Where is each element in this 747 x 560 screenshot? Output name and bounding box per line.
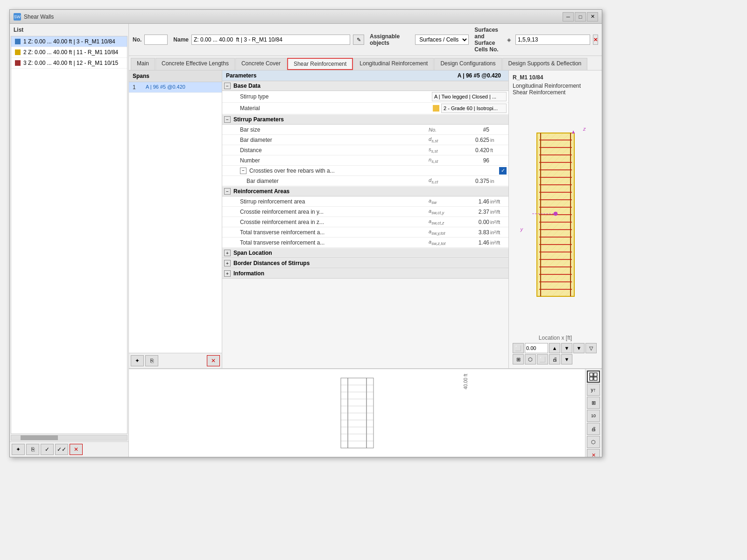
name-label: Name — [173, 36, 189, 43]
location-label: Location x [ft] — [539, 335, 572, 341]
bt-print-button[interactable]: 🖨 — [587, 423, 600, 435]
bt-export-button[interactable]: ⬡ — [587, 436, 600, 448]
ct-area-y-label: Crosstie reinforcement area in y... — [240, 209, 429, 215]
sidebar-item-3[interactable]: 3 Z: 0.00 ... 40.00 ft | 12 - R_M1 10/15 — [11, 58, 127, 69]
params-header: Parameters A | 96 #5 @0.420 — [222, 70, 508, 81]
diag-down-button[interactable]: ▼ — [561, 343, 572, 353]
stirrup-type-input[interactable] — [432, 92, 507, 101]
tab-longitudinal[interactable]: Longitudinal Reinforcement — [353, 58, 434, 70]
section-stirrup-params-header[interactable]: − Stirrup Parameters — [222, 115, 508, 125]
diag-location-input[interactable] — [525, 343, 548, 353]
ct-area-y-sym: asw,ct,y — [429, 208, 457, 215]
span-item-1[interactable]: 1 A | 96 #5 @0.420 — [129, 82, 222, 93]
tab-design-config[interactable]: Design Configurations — [434, 58, 501, 70]
distance-label: Distance — [240, 147, 429, 154]
sidebar-item-2[interactable]: 2 Z: 0.00 ... 40.00 ft | 11 - R_M1 10/84 — [11, 47, 127, 58]
diag-filter-button[interactable]: ▼ — [573, 343, 585, 353]
ct-area-z-unit: in²/ft — [490, 219, 507, 225]
minimize-button[interactable]: ─ — [563, 12, 574, 21]
check2-button[interactable]: ✓✓ — [55, 444, 68, 455]
bottom-panel: 40.00 ft — [129, 368, 602, 457]
section-information: + Information — [222, 269, 508, 279]
stirrup-area-sym: asw — [429, 198, 457, 205]
params-header-label: Parameters — [226, 72, 458, 79]
ct-area-y-val: 2.37 — [457, 209, 489, 215]
check-button[interactable]: ✓ — [41, 444, 54, 455]
bt-num-button[interactable]: 10 — [587, 410, 600, 422]
svg-rect-44 — [590, 377, 593, 380]
long-reinf-label: Longitudinal Reinforcement — [513, 83, 598, 89]
bt-zoom-button[interactable]: ⊞ — [587, 397, 600, 409]
diagram-canvas: z y — [513, 99, 598, 331]
z-axis-label: z — [583, 126, 586, 132]
section-border-distances: + Border Distances of Stirrups — [222, 259, 508, 268]
tab-concrete-cover[interactable]: Concrete Cover — [235, 58, 287, 70]
span-new-button[interactable]: ✦ — [131, 355, 144, 366]
diagram-toolbar: ⬜ ▲ ▼ ▼ ▽ ⊞ ⬡ ⬜ 🖨 ▼ — [513, 343, 598, 364]
diag-more-button[interactable]: ▼ — [561, 354, 572, 364]
stirrup-area-val: 1.46 — [457, 198, 489, 205]
information-expand-icon: + — [224, 270, 231, 277]
bar-diam-ct-sym: ds,ct — [429, 177, 457, 184]
total-y-val: 3.83 — [457, 229, 489, 236]
total-z-label: Total transverse reinforcement a... — [240, 239, 429, 246]
assignable-select[interactable]: Surfaces / Cells — [415, 35, 469, 45]
material-color-box — [433, 105, 439, 112]
diag-window-button[interactable]: ⬜ — [537, 354, 548, 364]
diag-up-button[interactable]: ▲ — [549, 343, 560, 353]
right-panel: No. Name ✎ Assignable objects Surfaces /… — [129, 24, 602, 457]
section-information-header[interactable]: + Information — [222, 269, 508, 279]
bottom-toolbar: y↑ ⊞ 10 🖨 ⬡ ✕ — [585, 369, 602, 457]
section-base-data-header[interactable]: − Base Data — [222, 81, 508, 91]
crossties-checkbox[interactable]: ✓ — [499, 167, 507, 175]
y-axis-label: y — [521, 226, 523, 232]
tab-design-supports[interactable]: Design Supports & Deflection — [502, 58, 588, 70]
tabs-bar: Main Concrete Effective Lengths Concrete… — [129, 56, 602, 70]
bar-diam-unit: in — [490, 137, 507, 143]
diag-export-button[interactable]: ⬜ — [513, 343, 524, 353]
bt-grid-button[interactable] — [587, 371, 600, 383]
sidebar-scrollbar[interactable] — [11, 435, 127, 441]
name-edit-button[interactable]: ✎ — [353, 35, 364, 45]
close-button[interactable]: ✕ — [587, 12, 598, 21]
tab-concrete-lengths[interactable]: Concrete Effective Lengths — [155, 58, 235, 70]
bt-close-button[interactable]: ✕ — [587, 449, 600, 457]
tab-main[interactable]: Main — [131, 58, 155, 70]
section-stirrup-params: − Stirrup Parameters Bar size No. #5 — [222, 115, 508, 186]
base-data-title: Base Data — [233, 83, 261, 89]
copy-button[interactable]: ⎘ — [26, 444, 39, 455]
span-copy-button[interactable]: ⎘ — [145, 355, 158, 366]
diag-funnel-button[interactable]: ▽ — [585, 343, 597, 353]
no-label: No. — [133, 36, 141, 43]
section-span-location-header[interactable]: + Span Location — [222, 248, 508, 258]
sidebar-header: List — [10, 24, 128, 36]
sidebar-item-1[interactable]: 1 Z: 0.00 ... 40.00 ft | 3 - R_M1 10/84 — [11, 36, 127, 47]
diag-print-button[interactable]: 🖨 — [549, 354, 560, 364]
name-input[interactable] — [191, 35, 350, 45]
tab-shear-reinforcement[interactable]: Shear Reinforcement — [287, 58, 353, 70]
delete-button-sidebar[interactable]: ✕ — [70, 444, 83, 455]
surfaces-input[interactable] — [515, 35, 590, 45]
maximize-button[interactable]: □ — [575, 12, 586, 21]
spans-list: 1 A | 96 #5 @0.420 — [129, 82, 222, 353]
span-delete-button[interactable]: ✕ — [207, 355, 220, 366]
sidebar-item-label-2: 2 Z: 0.00 ... 40.00 ft | 11 - R_M1 10/84 — [23, 49, 118, 56]
param-bar-diameter: Bar diameter ds,st 0.625 in — [222, 135, 508, 145]
top-bar: No. Name ✎ Assignable objects Surfaces /… — [129, 24, 602, 56]
material-input[interactable] — [441, 104, 507, 113]
diag-3d-button[interactable]: ⬡ — [525, 354, 536, 364]
section-border-distances-header[interactable]: + Border Distances of Stirrups — [222, 259, 508, 268]
crossties-expand-icon: − — [240, 168, 247, 174]
border-distances-title: Border Distances of Stirrups — [233, 260, 310, 266]
diag-zoom-button[interactable]: ⊞ — [513, 354, 524, 364]
no-input[interactable] — [144, 35, 168, 45]
surfaces-edit-button[interactable]: ✕ — [593, 35, 598, 45]
span-location-expand-icon: + — [224, 250, 231, 256]
spans-action-btns: ✦ ⎘ — [131, 355, 158, 366]
sidebar-toolbar: ✦ ⎘ ✓ ✓✓ ✕ — [10, 441, 128, 457]
wall-svg — [532, 131, 579, 299]
section-reinf-areas-header[interactable]: − Reinforcement Areas — [222, 187, 508, 196]
new-button[interactable]: ✦ — [12, 444, 25, 455]
bt-y-button[interactable]: y↑ — [587, 384, 600, 396]
diagram-title: R_M1 10/84 — [513, 74, 598, 81]
